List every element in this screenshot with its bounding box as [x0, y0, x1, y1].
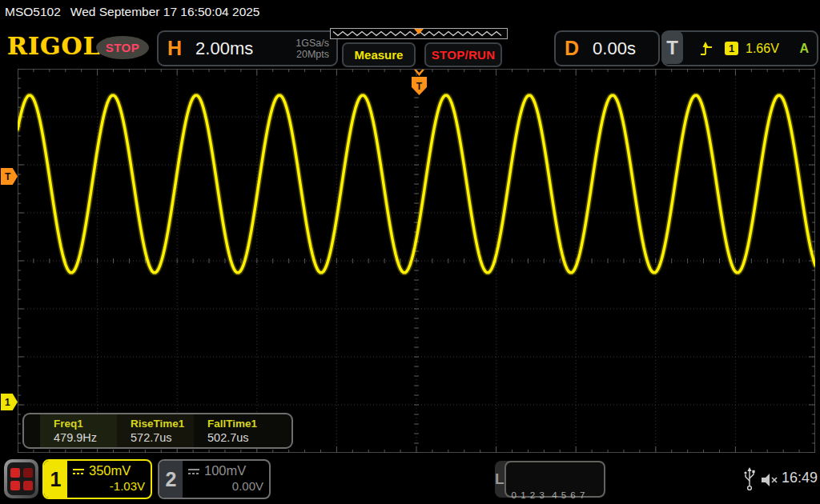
- usb-icon: [743, 466, 756, 495]
- dc-coupling-icon: [72, 463, 85, 478]
- channel1-number: 1: [44, 461, 67, 498]
- sample-rate: 1GSa/s 20Mpts: [295, 38, 329, 60]
- channel2-offset: 0.00V: [187, 479, 263, 493]
- logic-channel-numbers: 0 1 2 3 4 5 6 7 8 9 1011 12131415: [504, 461, 605, 498]
- speaker-muted-icon: [759, 471, 780, 492]
- clock: 16:49: [782, 470, 818, 486]
- acquisition-status-badge: STOP: [96, 36, 149, 59]
- channel1-ground-marker[interactable]: 1: [1, 394, 18, 410]
- datetime: Wed September 17 16:50:04 2025: [70, 5, 260, 19]
- grid-icon: [7, 462, 35, 495]
- trigger-level-value: 1.66V: [746, 42, 779, 56]
- trigger-settings-box[interactable]: T 1 1.66V A: [661, 30, 818, 66]
- stop-run-button[interactable]: STOP/RUN: [424, 42, 502, 67]
- measure-button[interactable]: Measure: [342, 42, 416, 67]
- delay-box[interactable]: D 0.00s: [554, 30, 660, 66]
- trigger-label: T: [661, 31, 683, 64]
- memory-waveform-icon: [330, 26, 508, 40]
- timebase-value: 2.00ms: [195, 38, 253, 59]
- horizontal-label: H: [167, 37, 182, 60]
- oscilloscope-screen: MSO5102 Wed September 17 16:50:04 2025 R…: [0, 0, 820, 504]
- trigger-source-badge: 1: [725, 42, 738, 55]
- measurements-panel[interactable]: Freq1 479.9Hz RiseTime1 572.7us FallTime…: [22, 413, 293, 449]
- channel2-status-box[interactable]: 2 100mV 0.00V: [158, 459, 271, 499]
- brand-logo: RIGOL: [7, 32, 101, 60]
- measurement-falltime[interactable]: FallTime1 502.7us: [194, 414, 271, 447]
- logic-label: L: [495, 461, 504, 498]
- memory-position-bar[interactable]: [330, 26, 508, 40]
- channel1-offset: -1.03V: [72, 479, 145, 493]
- dc-coupling-icon: [187, 463, 200, 478]
- horizontal-settings-box[interactable]: H 2.00ms 1GSa/s 20Mpts: [157, 30, 338, 66]
- waveform-trace: [18, 69, 815, 453]
- delay-label: D: [565, 37, 579, 60]
- trigger-mode: A: [799, 42, 809, 56]
- channel1-status-box[interactable]: 1 350mV -1.03V: [42, 459, 152, 499]
- measurement-risetime[interactable]: RiseTime1 572.7us: [117, 414, 194, 447]
- model-name: MSO5102: [5, 5, 61, 19]
- channel2-number: 2: [159, 461, 183, 498]
- titlebar: MSO5102 Wed September 17 16:50:04 2025: [5, 5, 260, 19]
- trigger-level-marker[interactable]: T: [1, 168, 18, 185]
- waveform-display-area[interactable]: [18, 69, 815, 453]
- logic-channels-box[interactable]: L 0 1 2 3 4 5 6 7 8 9 1011 12131415: [495, 461, 598, 498]
- channel1-scale: 350mV: [89, 463, 131, 478]
- rising-edge-icon: [699, 41, 713, 57]
- measurement-freq[interactable]: Freq1 479.9Hz: [40, 414, 117, 447]
- function-navigation-button[interactable]: [4, 459, 38, 498]
- channel2-scale: 100mV: [204, 463, 246, 478]
- delay-value: 0.00s: [593, 38, 636, 59]
